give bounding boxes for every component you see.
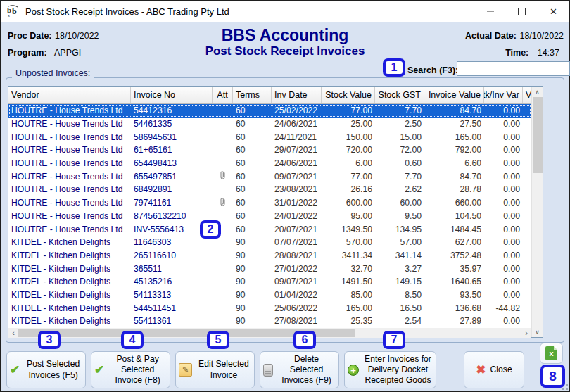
close-button[interactable]: ✖ Close (464, 351, 524, 388)
cell-vendor: HOUTRE - House Trends Ltd (8, 145, 131, 155)
actual-date-label: Actual Date: (465, 31, 517, 41)
cell-vendor: HOUTRE - House Trends Ltd (8, 132, 131, 142)
cell-inv-date: 31/01/2022 (272, 198, 322, 208)
edit-selected-invoice-button[interactable]: ✎ Edit Selected Invoice (175, 351, 255, 388)
annotation-marker-7: 7 (383, 331, 405, 349)
table-row[interactable]: KITDEL - Kitchen Delights451352169009/07… (8, 275, 531, 289)
maximize-button[interactable] (506, 1, 538, 22)
cell-vendor: HOUTRE - House Trends Ltd (8, 119, 131, 129)
cell-stock-value: 85.00 (322, 290, 375, 300)
window-title: Post Stock Receipt Invoices - ABC Tradin… (25, 6, 229, 17)
cell-terms: 90 (233, 251, 272, 260)
table-row[interactable]: HOUTRE - House Trends Ltd874561322106024… (8, 210, 531, 223)
attachment-paperclip-icon (220, 170, 226, 180)
cell-inv-date: 24/11/2021 (272, 132, 322, 142)
table-row[interactable]: KITDEL - Kitchen Delights2651166109028/0… (8, 249, 531, 263)
table-row[interactable]: KITDEL - Kitchen Delights5445114519025/0… (8, 301, 531, 315)
cell-stock-gst: 2.50 (375, 119, 424, 129)
cell-stk-inv-var: 0.00 (484, 198, 523, 208)
search-input[interactable] (457, 61, 570, 76)
minimize-button[interactable] (474, 1, 506, 22)
post-and-pay-selected-invoice-button[interactable]: ✔ Post & Pay Selected Invoice (F8) (91, 351, 170, 388)
table-row[interactable]: HOUTRE - House Trends Ltd544613356024/06… (8, 118, 531, 131)
cell-stock-value: 3411.34 (322, 251, 375, 260)
cell-terms: 90 (233, 290, 272, 300)
table-row[interactable]: KITDEL - Kitchen Delights541133139001/04… (8, 289, 531, 302)
cell-inv-date: 27/08/2021 (272, 316, 322, 326)
horizontal-scrollbar[interactable]: ‹ › (8, 328, 531, 338)
cell-invoice-value: 27.89 (424, 316, 484, 326)
cell-invoice-no: 365511 (131, 264, 213, 274)
column-header-va[interactable]: Va (523, 87, 531, 103)
bbs-app-icon: b s b (7, 5, 20, 18)
column-header-invoice-no[interactable]: Invoice No (131, 87, 213, 103)
table-row[interactable]: HOUTRE - House Trends Ltd797411616031/01… (8, 196, 531, 210)
cell-stock-gst: 3.27 (375, 264, 424, 274)
close-window-button[interactable]: ✕ (538, 1, 569, 22)
table-row[interactable]: HOUTRE - House Trends Ltd544123166025/02… (8, 104, 531, 118)
cell-stock-value: 25.35 (322, 316, 375, 326)
cell-stk-inv-var: 0.00 (484, 211, 523, 221)
cell-invoice-value: 35.97 (424, 264, 484, 274)
cell-stk-inv-var: 0.00 (484, 277, 523, 286)
enter-invoices-delivery-docket-button[interactable]: + Enter Invoices for Delivery Docket Rec… (344, 351, 436, 388)
cell-stock-gst: 57.00 (375, 237, 424, 247)
cell-stk-inv-var: 0.00 (484, 119, 523, 129)
cell-terms: 90 (233, 264, 272, 274)
cell-vendor: HOUTRE - House Trends Ltd (8, 158, 131, 168)
post-selected-invoices-button[interactable]: ✔ Post Selected Invoices (F5) (6, 351, 86, 388)
cell-vendor: HOUTRE - House Trends Ltd (8, 172, 131, 182)
annotation-marker-1: 1 (383, 58, 405, 77)
cell-invoice-value: 28.78 (424, 184, 484, 194)
vertical-scroll-thumb[interactable] (533, 97, 543, 173)
cell-inv-date: 01/04/2022 (272, 290, 322, 300)
table-row[interactable]: HOUTRE - House Trends Ltd6544984136024/0… (8, 157, 531, 170)
scroll-down-icon[interactable]: ∨ (532, 327, 543, 337)
cell-terms: 90 (233, 277, 272, 286)
cell-invoice-no: 654498413 (131, 158, 213, 168)
cell-vendor: HOUTRE - House Trends Ltd (8, 225, 131, 234)
column-header-att[interactable]: Att (213, 87, 233, 103)
cell-invoice-no: 61+65161 (131, 145, 213, 155)
cell-inv-date: 09/07/2021 (272, 277, 322, 286)
scroll-left-icon[interactable]: ‹ (8, 328, 18, 338)
cell-stock-value: 720.00 (322, 145, 375, 155)
table-row[interactable]: KITDEL - Kitchen Delights554113619027/08… (8, 315, 531, 328)
table-row[interactable]: HOUTRE - House Trends Ltd684928916023/08… (8, 183, 531, 196)
column-header-terms[interactable]: Terms (233, 87, 272, 103)
table-row[interactable]: HOUTRE - House Trends Ltd61+651616029/07… (8, 144, 531, 157)
table-row[interactable]: HOUTRE - House Trends Ltd6554978516009/0… (8, 170, 531, 183)
cell-inv-date: 29/07/2021 (272, 145, 322, 155)
column-header-stock-gst[interactable]: Stock GST (375, 87, 424, 103)
cell-vendor: HOUTRE - House Trends Ltd (8, 211, 131, 221)
table-row[interactable]: HOUTRE - House Trends LtdINV-55564136020… (8, 222, 531, 236)
cell-inv-date: 25/06/2022 (272, 303, 322, 313)
column-header-vendor[interactable]: Vendor (8, 87, 131, 103)
check-icon: ✔ (10, 362, 20, 377)
table-row[interactable]: KITDEL - Kitchen Delights3655119027/01/2… (8, 262, 531, 275)
column-header-stk-inv-var[interactable]: Stk/Inv Var (484, 87, 523, 103)
cell-stock-gst: 341.14 (375, 251, 424, 260)
delete-selected-invoices-button[interactable]: Delete Selected Invoices (F9) (260, 351, 339, 388)
table-row[interactable]: HOUTRE - House Trends Ltd5869456316024/1… (8, 130, 531, 144)
cell-inv-date: 20/07/2021 (272, 225, 322, 234)
cell-invoice-no: 265116610 (131, 251, 213, 260)
column-header-inv-date[interactable]: Inv Date (272, 87, 322, 103)
cell-invoice-value: 27.50 (424, 119, 484, 129)
cell-stock-value: 95.00 (322, 211, 375, 221)
cell-terms: 60 (233, 132, 272, 142)
export-to-excel-button[interactable]: x (540, 343, 563, 364)
column-header-stock-value[interactable]: Stock Value (322, 87, 375, 103)
column-header-invoice-value[interactable]: Invoice Value (424, 87, 484, 103)
cell-stock-value: 77.00 (322, 172, 375, 182)
maximize-icon (518, 8, 526, 15)
annotation-marker-6: 6 (293, 331, 316, 349)
cell-stock-gst: 134.95 (375, 225, 424, 234)
table-row[interactable]: KITDEL - Kitchen Delights116463039007/07… (8, 236, 531, 249)
scroll-up-icon[interactable]: ∧ (532, 87, 543, 97)
vertical-scrollbar[interactable]: ∧ ∨ (531, 87, 543, 337)
cell-terms: 60 (233, 172, 272, 182)
scroll-right-icon[interactable]: › (521, 328, 531, 338)
cell-vendor: HOUTRE - House Trends Ltd (8, 184, 131, 194)
cell-stock-gst: 7.70 (375, 172, 424, 182)
